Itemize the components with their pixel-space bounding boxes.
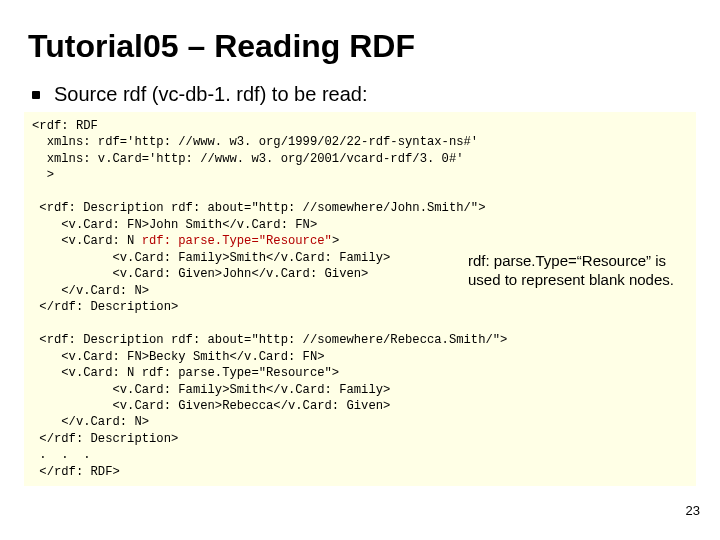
code-highlight: rdf: parse.Type="Resource"	[142, 234, 332, 248]
code-line: <v.Card: Given>John</v.Card: Given>	[32, 267, 368, 281]
code-line: <v.Card: Family>Smith</v.Card: Family>	[32, 383, 390, 397]
code-line: <rdf: Description rdf: about="http: //so…	[32, 201, 485, 215]
bullet-row: Source rdf (vc-db-1. rdf) to be read:	[32, 83, 692, 106]
code-line: <v.Card: FN>Becky Smith</v.Card: FN>	[32, 350, 325, 364]
code-line: xmlns: v.Card='http: //www. w3. org/2001…	[32, 152, 464, 166]
code-line: <v.Card: N rdf: parse.Type="Resource">	[32, 234, 339, 248]
code-line: </v.Card: N>	[32, 415, 149, 429]
code-line: </v.Card: N>	[32, 284, 149, 298]
code-block: <rdf: RDF xmlns: rdf='http: //www. w3. o…	[24, 112, 696, 486]
page-number: 23	[686, 503, 700, 518]
code-line: </rdf: RDF>	[32, 465, 120, 479]
code-line: </rdf: Description>	[32, 432, 178, 446]
code-line: <v.Card: FN>John Smith</v.Card: FN>	[32, 218, 317, 232]
code-line: <v.Card: N rdf: parse.Type="Resource">	[32, 366, 339, 380]
code-line: <v.Card: Given>Rebecca</v.Card: Given>	[32, 399, 390, 413]
bullet-text: Source rdf (vc-db-1. rdf) to be read:	[54, 83, 367, 106]
slide-title: Tutorial05 – Reading RDF	[28, 28, 692, 65]
code-line: >	[32, 168, 54, 182]
code-line: </rdf: Description>	[32, 300, 178, 314]
slide: Tutorial05 – Reading RDF Source rdf (vc-…	[0, 0, 720, 540]
code-line: . . .	[32, 448, 91, 462]
annotation-note: rdf: parse.Type=“Resource” is used to re…	[468, 252, 688, 290]
code-line: <v.Card: Family>Smith</v.Card: Family>	[32, 251, 390, 265]
code-line: xmlns: rdf='http: //www. w3. org/1999/02…	[32, 135, 478, 149]
bullet-icon	[32, 91, 40, 99]
code-line: <rdf: RDF	[32, 119, 98, 133]
code-line: <rdf: Description rdf: about="http: //so…	[32, 333, 507, 347]
